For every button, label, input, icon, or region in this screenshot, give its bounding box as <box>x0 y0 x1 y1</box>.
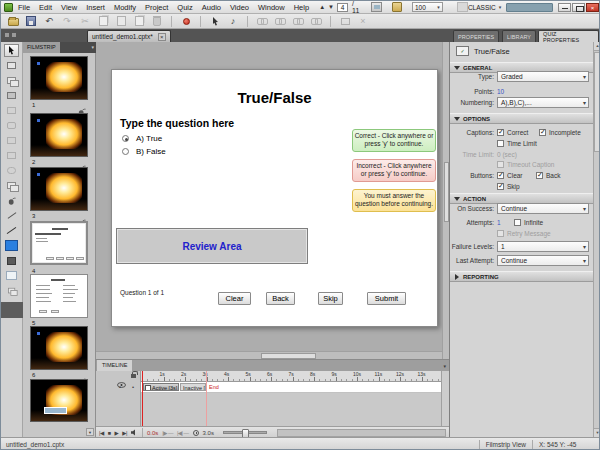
panel-scrollbar[interactable]: ▲ ▼ <box>593 42 600 437</box>
canvas-vertical-scrollbar[interactable] <box>442 42 449 359</box>
section-options[interactable]: OPTIONS <box>450 113 594 124</box>
answer-option-true[interactable]: A) True <box>122 134 162 143</box>
highlight-box-tool[interactable] <box>4 89 19 102</box>
skip-button[interactable]: Skip <box>318 292 343 305</box>
skip-checkbox[interactable] <box>497 183 504 190</box>
filmstrip-scroll-down-icon[interactable]: ▼ <box>86 428 94 436</box>
menu-item-modify[interactable]: Modify <box>114 3 136 12</box>
incomplete-caption[interactable]: You must answer the question before cont… <box>352 189 436 212</box>
restore-button[interactable] <box>572 3 585 12</box>
last-attempt-dropdown[interactable]: Continue <box>497 255 589 266</box>
infinite-checkbox[interactable] <box>514 219 521 226</box>
slide-title[interactable]: True/False <box>112 89 437 106</box>
radio-selected-icon[interactable] <box>122 135 129 142</box>
filmstrip-slide-5[interactable] <box>30 274 88 318</box>
tab-quiz-properties[interactable]: QUIZ PROPERTIES <box>538 30 599 42</box>
filmstrip-slide-4-selected[interactable] <box>30 221 88 265</box>
search-input[interactable] <box>506 3 553 12</box>
filmstrip-slide-6[interactable] <box>30 326 88 370</box>
filmstrip-slide-2[interactable] <box>30 113 88 157</box>
tab-close-icon[interactable]: × <box>158 33 166 41</box>
publish-icon[interactable] <box>392 2 402 12</box>
stage-canvas[interactable]: True/False Type the question here A) Tru… <box>96 42 449 359</box>
filmstrip-slide-1[interactable] <box>30 56 88 100</box>
close-button[interactable]: × <box>586 3 599 12</box>
next-slide-icon[interactable]: ▼ <box>328 4 334 10</box>
timeline-zoom-slider[interactable] <box>223 431 267 434</box>
layer-visibility-dot[interactable]: • <box>119 384 121 390</box>
pencil-tool[interactable] <box>4 224 19 237</box>
menu-item-file[interactable]: File <box>18 3 30 12</box>
stroke-color-swatch[interactable] <box>4 254 19 267</box>
review-area[interactable]: Review Area <box>116 228 308 264</box>
timeline-scrollbar[interactable] <box>441 371 449 426</box>
canvas-horizontal-scrollbar[interactable] <box>96 351 442 359</box>
preview-icon[interactable] <box>371 2 381 12</box>
layer-lock-dot[interactable]: • <box>132 384 134 390</box>
failure-levels-dropdown[interactable]: 1 <box>497 241 589 252</box>
correct-caption[interactable]: Correct - Click anywhere or press 'y' to… <box>352 129 436 152</box>
tab-library[interactable]: LIBRARY <box>502 30 536 42</box>
time-limit-checkbox[interactable] <box>497 140 504 147</box>
menu-item-window[interactable]: Window <box>258 3 285 12</box>
filmstrip-slide-3[interactable] <box>30 167 88 211</box>
rollover-caption-tool[interactable] <box>4 74 19 87</box>
audio-icon[interactable]: ♪ <box>227 15 239 27</box>
no-fill-swatch[interactable] <box>4 269 19 282</box>
play-icon[interactable]: ▶ <box>115 430 119 436</box>
record-icon[interactable] <box>180 15 192 27</box>
menu-item-quiz[interactable]: Quiz <box>177 3 192 12</box>
menu-item-help[interactable]: Help <box>294 3 309 12</box>
menu-item-video[interactable]: Video <box>230 3 249 12</box>
document-tab[interactable]: untitled_demo1.cptx* × <box>87 30 171 42</box>
timeline-ruler[interactable]: 1s2s3s4s5s6s7s8s9s10s11s12s13s <box>141 371 441 382</box>
type-dropdown[interactable]: Graded <box>497 71 589 82</box>
save-icon[interactable] <box>25 15 37 27</box>
lock-icon[interactable] <box>131 374 136 378</box>
workspace-select[interactable]: CLASSIC ▾ <box>468 4 501 11</box>
on-success-dropdown[interactable]: Continue <box>497 203 589 214</box>
go-to-start-icon[interactable]: |◀ <box>99 430 104 436</box>
radio-unselected-icon[interactable] <box>122 148 129 155</box>
go-to-end-icon[interactable]: ▶| <box>122 430 127 436</box>
filmstrip-slide-7[interactable] <box>30 379 88 422</box>
section-reporting[interactable]: REPORTING <box>450 271 594 282</box>
previous-slide-icon[interactable]: ▲ <box>319 4 325 10</box>
clear-checkbox[interactable] <box>497 172 504 179</box>
text-caption-tool[interactable] <box>4 59 19 72</box>
fill-color-swatch[interactable] <box>4 239 19 252</box>
open-icon[interactable] <box>7 15 19 27</box>
current-slide-input[interactable]: 4 <box>337 3 348 12</box>
menu-item-view[interactable]: View <box>61 3 77 12</box>
mouse-tool[interactable] <box>4 194 19 207</box>
tab-properties[interactable]: PROPERTIES <box>453 30 499 42</box>
zoom-select[interactable]: 100 ▾ <box>412 2 443 12</box>
slide-stage[interactable]: True/False Type the question here A) Tru… <box>111 69 438 327</box>
menu-item-project[interactable]: Project <box>145 3 168 12</box>
line-tool[interactable] <box>4 209 19 222</box>
scroll-down-icon[interactable]: ▼ <box>594 428 600 437</box>
submit-button[interactable]: Submit <box>367 292 406 305</box>
undo-icon[interactable]: ↶ <box>43 15 55 27</box>
timeline-horizontal-scrollbar[interactable] <box>277 429 446 437</box>
correct-checkbox[interactable] <box>497 129 504 136</box>
panel-menu-icon[interactable]: ▾ <box>91 44 94 50</box>
inactive-segment[interactable]: Inactive [3... <box>180 383 206 391</box>
rollover-slidelet-tool[interactable] <box>4 179 19 192</box>
menu-item-audio[interactable]: Audio <box>202 3 221 12</box>
attempts-value[interactable]: 1 <box>497 217 501 228</box>
mouse-pointer-icon[interactable] <box>209 15 221 27</box>
question-text[interactable]: Type the question here <box>120 117 234 129</box>
selection-tool[interactable] <box>4 44 19 57</box>
back-button[interactable]: Back <box>266 292 295 305</box>
clear-button[interactable]: Clear <box>218 292 251 305</box>
timeline-tab[interactable]: TIMELINE <box>97 360 132 371</box>
numbering-dropdown[interactable]: A),B),C),... <box>497 97 589 108</box>
stop-icon[interactable]: ■ <box>108 430 111 436</box>
menu-item-edit[interactable]: Edit <box>39 3 52 12</box>
back-checkbox[interactable] <box>536 172 543 179</box>
swap-colors-icon[interactable] <box>4 284 19 297</box>
points-value[interactable]: 10 <box>497 86 504 97</box>
active-segment[interactable]: Active [3s] <box>143 383 179 391</box>
answer-option-false[interactable]: B) False <box>122 147 166 156</box>
